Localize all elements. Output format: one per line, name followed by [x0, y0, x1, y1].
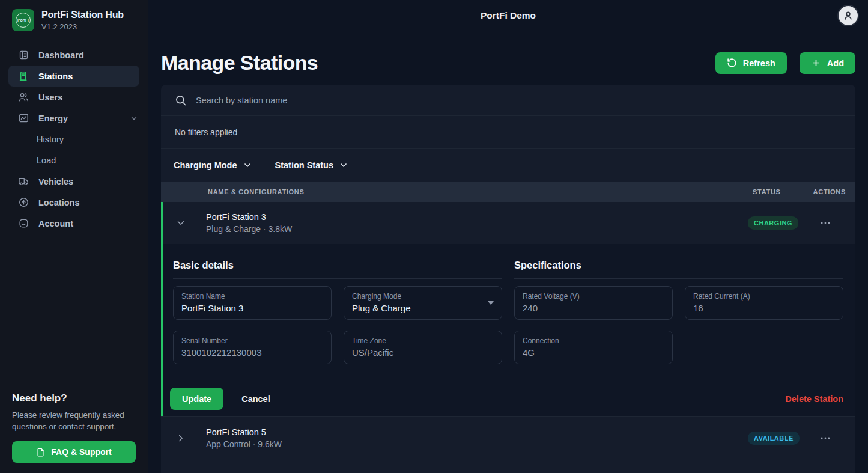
basic-details-title: Basic details [173, 260, 502, 279]
help-body: Please review frequently asked questions… [12, 409, 136, 433]
station-detail: Basic details Station Name Charging Mode… [163, 244, 855, 382]
station-status-filter[interactable]: Station Status [275, 160, 348, 170]
basic-details-section: Basic details Station Name Charging Mode… [173, 260, 502, 364]
sidebar-item-energy[interactable]: Energy [0, 108, 148, 129]
document-icon [36, 448, 45, 457]
search-icon [175, 94, 187, 106]
sidebar-item-label: Account [38, 219, 73, 228]
sidebar-item-load[interactable]: Load [0, 150, 148, 171]
station-status-filter-label: Station Status [275, 160, 333, 170]
faq-support-button[interactable]: FAQ & Support [12, 441, 136, 463]
refresh-button[interactable]: Refresh [715, 52, 787, 74]
status-badge: CHARGING [748, 216, 798, 230]
help-section: Need help? Please review frequently aske… [0, 392, 148, 473]
sidebar-item-label: Energy [38, 114, 68, 123]
charging-mode-value: Plug & Charge [352, 303, 494, 313]
dropdown-caret-icon [488, 301, 494, 305]
time-zone-field: Time Zone US/Pacific [344, 331, 502, 364]
charging-mode-field[interactable]: Charging Mode Plug & Charge [344, 286, 502, 320]
connection-field: Connection 4G [514, 331, 673, 364]
add-button[interactable]: Add [800, 52, 855, 74]
field-label: Serial Number [181, 337, 323, 345]
search-bar [161, 85, 855, 116]
charging-mode-filter-label: Charging Mode [174, 160, 237, 170]
station-config: App Control · 9.6kW [206, 439, 748, 449]
filters-status: No filters applied [161, 116, 855, 149]
charging-mode-filter[interactable]: Charging Mode [174, 160, 252, 170]
rated-current-field: Rated Current (A) 16 [685, 286, 843, 320]
chevron-down-icon [130, 114, 138, 123]
station-config: Plug & Charge · 3.8kW [206, 224, 748, 234]
plus-icon [811, 58, 821, 68]
sidebar-item-locations[interactable]: Locations [0, 192, 148, 213]
delete-station-button[interactable]: Delete Station [785, 394, 843, 404]
users-icon [18, 91, 29, 103]
user-icon [842, 9, 855, 22]
row-actions-menu[interactable] [805, 217, 846, 229]
serial-number-value: 3100102212130003 [181, 347, 323, 358]
station-name-input[interactable] [181, 303, 323, 313]
user-avatar[interactable] [837, 5, 859, 26]
time-zone-value: US/Pacific [352, 347, 494, 358]
search-input[interactable] [196, 96, 842, 105]
main-area: PortFi Demo Manage Stations Refresh [148, 0, 868, 473]
stations-icon [18, 70, 29, 82]
refresh-label: Refresh [743, 58, 775, 68]
table-row[interactable]: PortFi Station 5 App Control · 9.6kW AVA… [161, 416, 855, 460]
row-actions-menu[interactable] [805, 432, 846, 444]
energy-icon [18, 112, 29, 124]
field-label: Charging Mode [352, 292, 494, 301]
rated-current-value: 16 [693, 303, 835, 313]
app-title: PortFi Station Hub [41, 10, 124, 20]
status-badge: AVAILABLE [748, 432, 800, 445]
station-name-field[interactable]: Station Name [173, 286, 332, 320]
sidebar-item-label: History [37, 135, 64, 144]
field-label: Time Zone [352, 337, 494, 345]
sidebar-item-label: Locations [38, 198, 79, 207]
header-title: PortFi Demo [481, 10, 536, 21]
top-header: PortFi Demo [148, 0, 868, 31]
station-row-expanded-wrap: PortFi Station 3 Plug & Charge · 3.8kW C… [161, 202, 855, 416]
update-button[interactable]: Update [170, 388, 223, 410]
sidebar-item-stations[interactable]: Stations [8, 66, 139, 87]
page-title: Manage Stations [161, 51, 318, 75]
portfi-logo-icon: PortFi [12, 9, 34, 31]
rated-voltage-field: Rated Voltage (V) 240 [514, 286, 673, 320]
field-label: Station Name [181, 292, 323, 301]
chevron-down-icon [243, 160, 252, 170]
help-title: Need help? [12, 392, 136, 404]
specifications-section: Specifications Rated Voltage (V) 240 Rat… [514, 260, 843, 364]
locations-icon [18, 197, 29, 208]
sidebar: PortFi PortFi Station Hub V1.2 2023 Dash… [0, 0, 148, 473]
chevron-right-icon[interactable] [171, 433, 206, 444]
stations-panel: No filters applied Charging Mode Station… [161, 85, 855, 473]
brand: PortFi PortFi Station Hub V1.2 2023 [0, 0, 148, 37]
sidebar-item-vehicles[interactable]: Vehicles [0, 171, 148, 192]
sidebar-item-history[interactable]: History [0, 129, 148, 150]
faq-support-label: FAQ & Support [51, 447, 111, 457]
detail-actions: Update Cancel Delete Station [163, 382, 855, 416]
station-name: PortFi Station 3 [206, 212, 748, 222]
table-header: NAME & CONFIGURATIONS STATUS ACTIONS [161, 182, 855, 202]
filter-row: Charging Mode Station Status [161, 149, 855, 182]
chevron-down-icon [339, 160, 348, 170]
refresh-icon [727, 58, 737, 68]
table-row[interactable]: PortFi Station 3 Plug & Charge · 3.8kW C… [163, 202, 855, 244]
app-version: V1.2 2023 [41, 22, 124, 31]
sidebar-item-users[interactable]: Users [0, 87, 148, 108]
chevron-down-icon[interactable] [171, 218, 206, 228]
column-name-configurations: NAME & CONFIGURATIONS [208, 188, 748, 195]
content: Manage Stations Refresh Add [148, 31, 868, 473]
column-status: STATUS [748, 188, 805, 195]
field-label: Connection [523, 337, 664, 345]
sidebar-item-dashboard[interactable]: Dashboard [0, 44, 148, 66]
title-row: Manage Stations Refresh Add [161, 51, 855, 75]
sidebar-nav: Dashboard Stations Users Energy History [0, 44, 148, 234]
cancel-button[interactable]: Cancel [241, 394, 270, 404]
station-name: PortFi Station 5 [206, 427, 748, 437]
no-filters-text: No filters applied [175, 127, 237, 137]
sidebar-item-label: Dashboard [38, 50, 84, 60]
sidebar-item-account[interactable]: Account [0, 213, 148, 234]
portfi-logo-text: PortFi [16, 13, 31, 28]
sidebar-item-label: Load [37, 156, 56, 165]
